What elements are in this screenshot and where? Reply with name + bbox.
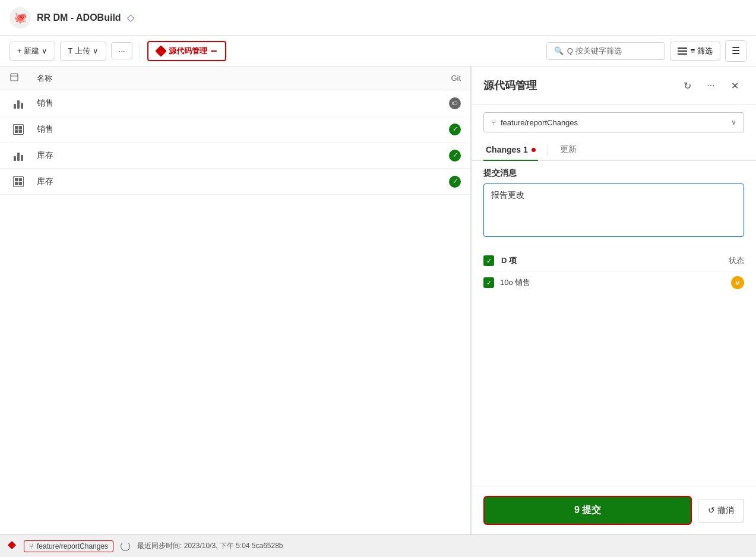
commit-button-label: 9 提交 bbox=[574, 504, 601, 517]
check-col-header: ✓ bbox=[483, 255, 501, 266]
changes-list-header: ✓ D 项 状态 bbox=[483, 251, 744, 271]
tab-changes-label: Changes 1 bbox=[486, 145, 528, 154]
tab-changes-dot bbox=[532, 148, 536, 152]
new-button[interactable]: + 新建 ∨ bbox=[10, 42, 55, 61]
branch-icon: ⑂ bbox=[29, 542, 33, 550]
commit-message-input[interactable]: 报告更改 bbox=[483, 183, 744, 237]
new-button-arrow: ∨ bbox=[42, 46, 48, 55]
branch-selector[interactable]: ⑂ feature/reportChanges ∨ bbox=[483, 112, 744, 132]
file-type-icon bbox=[10, 124, 27, 135]
source-control-icon bbox=[155, 45, 167, 57]
diamond-icon: ◇ bbox=[127, 12, 134, 23]
source-control-label: 源代码管理 bbox=[169, 46, 207, 56]
filter-icon bbox=[678, 48, 687, 55]
file-list: 名称 Git 销售 🏷 销售 bbox=[0, 67, 471, 534]
app-icon: 🐙 bbox=[10, 7, 31, 29]
file-list-header: 名称 Git bbox=[0, 67, 470, 90]
item-status-icon: M bbox=[731, 276, 744, 289]
tab-changes[interactable]: Changes 1 bbox=[483, 140, 538, 161]
item-checkbox[interactable]: ✓ bbox=[483, 277, 494, 288]
file-status: ✓ bbox=[413, 124, 461, 135]
source-control-button[interactable]: 源代码管理 bbox=[147, 41, 226, 61]
refresh-icon: ↻ bbox=[684, 80, 691, 91]
header-name-col: 名称 bbox=[37, 73, 404, 84]
upload-button[interactable]: T 上传 ∨ bbox=[60, 42, 106, 61]
search-placeholder: Q 按关键字筛选 bbox=[567, 46, 622, 56]
header-icon-col bbox=[10, 72, 27, 84]
toolbar-divider bbox=[140, 44, 140, 58]
refresh-button[interactable]: ↻ bbox=[678, 76, 697, 95]
upload-button-label: T 上传 bbox=[68, 46, 90, 56]
search-box[interactable]: 🔍 Q 按关键字筛选 bbox=[546, 42, 665, 60]
close-icon: ✕ bbox=[731, 80, 739, 91]
table-icon bbox=[13, 124, 24, 135]
file-status: ✓ bbox=[413, 176, 461, 188]
panel-more-button[interactable]: ··· bbox=[701, 76, 720, 95]
toolbar: + 新建 ∨ T 上传 ∨ ··· 源代码管理 🔍 Q 按关键字筛选 ≡ 筛选 … bbox=[0, 36, 756, 67]
app-title: RR DM - ADOBuild bbox=[37, 12, 121, 23]
commit-section: 提交消息 报告更改 bbox=[472, 161, 756, 246]
cancel-button[interactable]: ↺ 撤消 bbox=[698, 499, 744, 523]
select-all-checkbox[interactable]: ✓ bbox=[483, 255, 494, 266]
more-button[interactable]: ··· bbox=[111, 42, 133, 59]
new-button-label: + 新建 bbox=[17, 46, 39, 56]
file-type-icon bbox=[10, 150, 27, 161]
status-tag-icon: 🏷 bbox=[449, 97, 461, 109]
file-name: 销售 bbox=[37, 124, 404, 135]
status-branch[interactable]: ⑂ feature/reportChanges bbox=[24, 540, 113, 552]
file-type-icon bbox=[10, 98, 27, 109]
top-bar: 🐙 RR DM - ADOBuild ◇ bbox=[0, 0, 756, 36]
panel-title: 源代码管理 bbox=[483, 78, 673, 93]
expand-button[interactable]: ☰ bbox=[725, 40, 746, 62]
panel-more-icon: ··· bbox=[707, 80, 714, 91]
sync-icon[interactable] bbox=[121, 542, 130, 551]
branch-fork-icon: ⑂ bbox=[491, 118, 496, 127]
branch-name: feature/reportChanges bbox=[501, 118, 726, 127]
header-git-col: Git bbox=[413, 74, 461, 83]
status-check-icon: ✓ bbox=[449, 124, 461, 135]
status-check-icon: ✓ bbox=[449, 176, 461, 188]
file-name: 库存 bbox=[37, 176, 404, 187]
cancel-button-label: ↺ 撤消 bbox=[708, 505, 734, 516]
table-row[interactable]: 库存 ✓ bbox=[0, 143, 470, 169]
item-name: 10o 销售 bbox=[500, 277, 725, 288]
status-check-icon: ✓ bbox=[449, 150, 461, 162]
close-button[interactable]: ✕ bbox=[725, 76, 744, 95]
item-col-header: D 项 bbox=[501, 255, 729, 266]
tab-separator bbox=[548, 144, 548, 156]
file-type-icon bbox=[10, 176, 27, 187]
source-control-badge bbox=[211, 50, 217, 52]
svg-rect-0 bbox=[11, 74, 18, 81]
tab-updates-label: 更新 bbox=[560, 144, 577, 155]
right-panel: 源代码管理 ↻ ··· ✕ ⑂ feature/reportChanges ∨ … bbox=[471, 67, 756, 534]
tab-updates[interactable]: 更新 bbox=[558, 140, 579, 161]
state-col-header: 状态 bbox=[729, 255, 744, 266]
main-layout: 名称 Git 销售 🏷 销售 bbox=[0, 67, 756, 534]
filter-label: ≡ 筛选 bbox=[691, 46, 713, 56]
chevron-down-icon: ∨ bbox=[731, 118, 736, 126]
table-row[interactable]: 库存 ✓ bbox=[0, 169, 470, 195]
file-header-icon bbox=[10, 72, 19, 82]
changes-list: ✓ D 项 状态 ✓ 10o 销售 M bbox=[472, 246, 756, 486]
panel-footer: 9 提交 ↺ 撤消 bbox=[472, 486, 756, 534]
branch-label: feature/reportChanges bbox=[37, 542, 108, 550]
app-icon-symbol: 🐙 bbox=[14, 11, 27, 24]
commit-label: 提交消息 bbox=[483, 168, 744, 179]
file-name: 库存 bbox=[37, 150, 404, 161]
filter-button[interactable]: ≡ 筛选 bbox=[670, 42, 720, 61]
file-name: 销售 bbox=[37, 98, 404, 109]
bar-chart-icon bbox=[14, 98, 23, 109]
table-icon bbox=[13, 176, 24, 187]
git-logo bbox=[7, 540, 17, 552]
bar-chart-icon bbox=[14, 150, 23, 161]
upload-arrow-icon: ∨ bbox=[93, 46, 99, 55]
search-icon: 🔍 bbox=[554, 46, 564, 55]
table-row[interactable]: 销售 🏷 bbox=[0, 90, 470, 116]
svg-rect-4 bbox=[8, 541, 16, 549]
file-status: ✓ bbox=[413, 150, 461, 162]
change-item: ✓ 10o 销售 M bbox=[483, 271, 744, 294]
commit-button[interactable]: 9 提交 bbox=[483, 496, 692, 525]
table-row[interactable]: 销售 ✓ bbox=[0, 116, 470, 143]
expand-icon: ☰ bbox=[732, 45, 740, 56]
file-status: 🏷 bbox=[413, 97, 461, 109]
